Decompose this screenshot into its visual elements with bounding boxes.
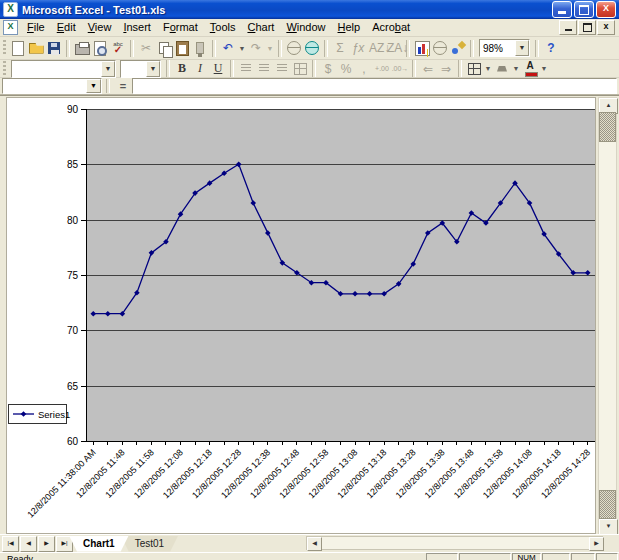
- close-button[interactable]: X: [596, 1, 616, 18]
- print-icon: [75, 44, 90, 55]
- first-sheet-button[interactable]: |◀: [2, 536, 19, 552]
- drawing-button[interactable]: [449, 39, 467, 57]
- workbook-close-button[interactable]: x: [597, 20, 615, 35]
- paste-button[interactable]: [173, 39, 191, 57]
- merge-center-button[interactable]: [291, 61, 309, 76]
- line-chart[interactable]: 6065707580859012/8/2005 11:38:00 AM12/8/…: [7, 98, 596, 534]
- spelling-button[interactable]: abc✓: [109, 39, 127, 57]
- save-button[interactable]: [45, 39, 63, 57]
- vertical-scrollbar[interactable]: ▲ ▼: [598, 97, 617, 534]
- bold-button[interactable]: B: [173, 61, 191, 76]
- name-box-dropdown[interactable]: ▼: [86, 79, 101, 93]
- decrease-indent-button[interactable]: ⇐: [419, 61, 437, 76]
- percent-button[interactable]: %: [337, 61, 355, 76]
- decrease-decimal-button[interactable]: .00→: [391, 61, 409, 76]
- legend-label: Series1: [38, 409, 70, 420]
- menu-help[interactable]: Help: [332, 20, 367, 35]
- print-preview-button[interactable]: [91, 39, 109, 57]
- edit-formula-button[interactable]: =: [114, 80, 132, 92]
- format-painter-button[interactable]: [191, 39, 209, 57]
- sort-descending-button[interactable]: ZA↓: [385, 39, 403, 57]
- formula-input[interactable]: [132, 78, 617, 94]
- comma-button[interactable]: ,: [355, 61, 373, 76]
- toolbar-separator: [324, 40, 328, 57]
- workbook-minimize-button[interactable]: [559, 20, 577, 35]
- toolbar-separator: [130, 40, 134, 57]
- align-left-button[interactable]: [237, 61, 255, 76]
- new-workbook-icon: [12, 41, 24, 56]
- copy-button[interactable]: [155, 39, 173, 57]
- menu-file[interactable]: File: [21, 20, 51, 35]
- increase-decimal-button[interactable]: +.00: [373, 61, 391, 76]
- underline-button[interactable]: U: [209, 61, 227, 76]
- font-size-combo-arrow[interactable]: ▼: [146, 61, 160, 77]
- menu-format[interactable]: Format: [157, 20, 204, 35]
- vertical-scroll-block[interactable]: [599, 490, 616, 519]
- map-icon: [433, 41, 447, 55]
- zoom-combo[interactable]: 98%▼: [479, 39, 530, 57]
- insert-hyperlink-button[interactable]: [285, 39, 303, 57]
- borders-button[interactable]: [465, 61, 483, 76]
- borders-dropdown[interactable]: ▼: [483, 60, 493, 78]
- undo-button[interactable]: ↶: [219, 39, 237, 57]
- font-size-combo[interactable]: ▼: [120, 60, 161, 78]
- paste-function-button[interactable]: ƒx: [349, 39, 367, 57]
- web-toolbar-button[interactable]: [303, 39, 321, 57]
- sheet-tab-test01[interactable]: Test01: [121, 536, 178, 552]
- menu-window[interactable]: Window: [280, 20, 331, 35]
- zoom-combo-arrow[interactable]: ▼: [515, 40, 529, 56]
- new-workbook-button[interactable]: [9, 39, 27, 57]
- font-color-button[interactable]: A: [521, 61, 539, 76]
- scroll-left-button[interactable]: ◀: [307, 537, 322, 551]
- menu-tools[interactable]: Tools: [204, 20, 242, 35]
- window-title: Microsoft Excel - Test01.xls: [22, 4, 548, 16]
- cut-button[interactable]: ✂: [137, 39, 155, 57]
- fill-color-button[interactable]: [493, 61, 511, 76]
- redo-button[interactable]: ↷: [247, 39, 265, 57]
- toolbar-separator: [535, 40, 539, 57]
- toolbar-grip[interactable]: [3, 40, 6, 56]
- worksheet-area: 6065707580859012/8/2005 11:38:00 AM12/8/…: [0, 95, 619, 534]
- font-color-dropdown[interactable]: ▼: [539, 60, 549, 78]
- map-button[interactable]: [431, 39, 449, 57]
- standard-toolbar: abc✓✂↶▼↷▼ΣƒxAZ↓ZA↓98%▼?: [0, 37, 619, 60]
- print-button[interactable]: [73, 39, 91, 57]
- open-button[interactable]: [27, 39, 45, 57]
- fill-color-dropdown[interactable]: ▼: [511, 60, 521, 78]
- menu-view[interactable]: View: [82, 20, 118, 35]
- menu-insert[interactable]: Insert: [117, 20, 157, 35]
- align-right-button[interactable]: [273, 61, 291, 76]
- merge-center-icon: [294, 63, 307, 75]
- increase-indent-button[interactable]: ⇒: [437, 61, 455, 76]
- scroll-down-button[interactable]: ▼: [599, 519, 618, 535]
- minimize-button[interactable]: [552, 1, 572, 18]
- italic-button[interactable]: I: [191, 61, 209, 76]
- previous-sheet-button[interactable]: ◀: [20, 536, 37, 552]
- sheet-tab-chart1[interactable]: Chart1: [69, 536, 129, 552]
- toolbar-grip[interactable]: [3, 61, 6, 77]
- bold-icon: B: [178, 61, 186, 76]
- font-name-combo[interactable]: ▼: [11, 60, 116, 78]
- restore-button[interactable]: [574, 1, 594, 18]
- font-name-combo-arrow[interactable]: ▼: [101, 61, 115, 77]
- help-button[interactable]: ?: [542, 39, 560, 57]
- chart-wizard-button[interactable]: [413, 39, 431, 57]
- menu-edit[interactable]: Edit: [51, 20, 82, 35]
- horizontal-scrollbar[interactable]: ◀ ▶: [306, 536, 603, 550]
- next-sheet-button[interactable]: ▶: [38, 536, 55, 552]
- menu-chart[interactable]: Chart: [241, 20, 280, 35]
- undo-dropdown[interactable]: ▼: [237, 39, 247, 57]
- menu-acrobat[interactable]: Acrobat: [366, 20, 416, 35]
- vertical-scroll-thumb[interactable]: [599, 112, 616, 142]
- currency-button[interactable]: $: [319, 61, 337, 76]
- workbook-restore-button[interactable]: [578, 20, 596, 35]
- chart-sheet[interactable]: 6065707580859012/8/2005 11:38:00 AM12/8/…: [6, 97, 596, 534]
- chart-legend[interactable]: Series1: [9, 405, 71, 424]
- scroll-right-button[interactable]: ▶: [589, 537, 604, 551]
- minimize-icon: [565, 29, 572, 31]
- redo-dropdown[interactable]: ▼: [265, 39, 275, 57]
- name-box[interactable]: ▼: [2, 78, 102, 94]
- autosum-button[interactable]: Σ: [331, 39, 349, 57]
- align-center-button[interactable]: [255, 61, 273, 76]
- sort-ascending-button[interactable]: AZ↓: [367, 39, 385, 57]
